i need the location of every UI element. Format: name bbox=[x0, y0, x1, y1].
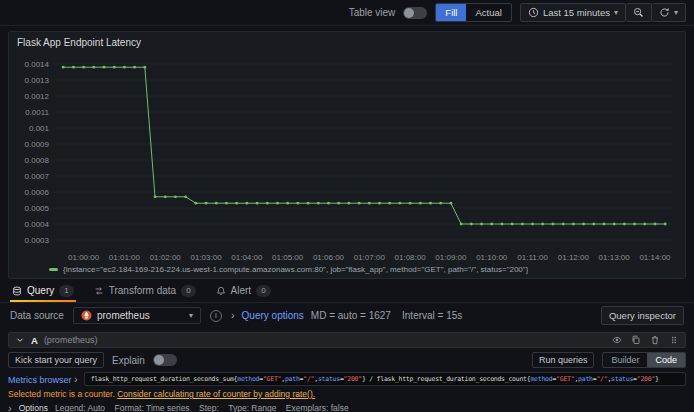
tab-label: Query bbox=[27, 285, 54, 296]
svg-text:01:01:00: 01:01:00 bbox=[109, 253, 141, 262]
trash-icon bbox=[650, 335, 660, 345]
zoom-out-button[interactable] bbox=[626, 3, 652, 22]
actual-button[interactable]: Actual bbox=[466, 4, 510, 21]
svg-text:01:02:00: 01:02:00 bbox=[150, 253, 182, 262]
query-ref-id: A bbox=[31, 335, 38, 346]
query-editor: A (prometheus) bbox=[0, 328, 694, 412]
duplicate-query-button[interactable] bbox=[631, 335, 641, 345]
svg-text:01:08:00: 01:08:00 bbox=[395, 253, 427, 262]
chevron-right-icon: › bbox=[74, 373, 78, 385]
svg-text:0.0012: 0.0012 bbox=[25, 92, 50, 101]
tab-count-badge: 1 bbox=[59, 285, 73, 297]
tab-transform-data[interactable]: Transform data 0 bbox=[92, 279, 198, 302]
svg-text:01:06:00: 01:06:00 bbox=[313, 253, 345, 262]
svg-text:01:00:00: 01:00:00 bbox=[68, 253, 100, 262]
svg-text:0.0014: 0.0014 bbox=[25, 60, 50, 69]
svg-text:01:13:00: 01:13:00 bbox=[599, 253, 631, 262]
builder-mode-button[interactable]: Builder bbox=[603, 353, 647, 367]
tab-alert[interactable]: Alert 0 bbox=[214, 279, 273, 302]
svg-text:0.0004: 0.0004 bbox=[25, 220, 50, 229]
fill-button[interactable]: Fill bbox=[436, 4, 466, 21]
copy-icon bbox=[631, 335, 641, 345]
legend-series-label[interactable]: {instance="ec2-184-169-216-224.us-west-1… bbox=[63, 265, 528, 274]
drag-handle[interactable] bbox=[669, 335, 679, 345]
tab-label: Transform data bbox=[109, 285, 176, 296]
chevron-down-icon bbox=[15, 335, 25, 345]
rate-hint-link[interactable]: Consider calculating rate of counter by … bbox=[117, 389, 315, 399]
builder-code-switch: Builder Code bbox=[602, 352, 686, 368]
eye-icon bbox=[612, 335, 622, 345]
help-icon[interactable]: i bbox=[210, 310, 222, 322]
promql-expression-input[interactable]: flask_http_request_duration_seconds_sum{… bbox=[84, 372, 686, 386]
chevron-right-icon: › bbox=[8, 403, 12, 412]
time-range-label: Last 15 minutes bbox=[543, 7, 610, 18]
clock-icon bbox=[528, 7, 539, 18]
svg-text:01:14:00: 01:14:00 bbox=[639, 253, 671, 262]
svg-text:0.0009: 0.0009 bbox=[25, 140, 50, 149]
bell-icon bbox=[216, 286, 226, 296]
tab-count-badge: 0 bbox=[256, 285, 270, 297]
datasource-label: Data source bbox=[10, 310, 64, 321]
svg-text:0.0008: 0.0008 bbox=[25, 156, 50, 165]
query-options-label: Query options bbox=[242, 310, 304, 321]
svg-text:01:04:00: 01:04:00 bbox=[231, 253, 263, 262]
svg-text:0.001: 0.001 bbox=[29, 124, 50, 133]
tab-count-badge: 0 bbox=[181, 285, 195, 297]
query-row-actions bbox=[612, 335, 679, 345]
query-datasource-hint: (prometheus) bbox=[44, 335, 98, 345]
chevron-down-icon: ▾ bbox=[189, 311, 193, 320]
zoom-out-icon bbox=[633, 7, 644, 18]
query-code-row: Metrics browser › flask_http_request_dur… bbox=[8, 372, 686, 386]
chart-legend: {instance="ec2-184-169-216-224.us-west-1… bbox=[17, 264, 677, 274]
svg-text:0.0011: 0.0011 bbox=[25, 108, 49, 117]
datasource-name: prometheus bbox=[97, 310, 150, 321]
options-summary: Legend: Auto Format: Time series Step: T… bbox=[55, 403, 349, 412]
editor-tabs: Query 1 Transform data 0 Alert 0 bbox=[0, 279, 694, 303]
svg-text:01:11:00: 01:11:00 bbox=[517, 253, 548, 262]
time-controls: Last 15 minutes ▾ ▾ bbox=[520, 3, 686, 22]
hide-response-button[interactable] bbox=[612, 335, 622, 345]
tab-label: Alert bbox=[231, 285, 252, 296]
refresh-button[interactable]: ▾ bbox=[652, 3, 686, 22]
svg-text:0.0005: 0.0005 bbox=[25, 204, 50, 213]
query-options-summary: MD = auto = 1627 Interval = 15s bbox=[311, 310, 462, 321]
query-row-header[interactable]: A (prometheus) bbox=[8, 332, 686, 348]
svg-text:01:03:00: 01:03:00 bbox=[190, 253, 222, 262]
transform-arrows-icon bbox=[94, 286, 104, 296]
top-bar: Table view Fill Actual Last 15 minutes ▾ bbox=[0, 0, 694, 26]
refresh-icon bbox=[659, 7, 670, 18]
toggle-knob bbox=[404, 8, 414, 18]
svg-text:0.0003: 0.0003 bbox=[25, 236, 50, 245]
time-range-picker[interactable]: Last 15 minutes ▾ bbox=[520, 3, 626, 22]
toggle-knob bbox=[154, 355, 164, 365]
datasource-picker[interactable]: prometheus ▾ bbox=[73, 307, 201, 324]
explain-toggle[interactable] bbox=[153, 354, 177, 366]
svg-text:01:12:00: 01:12:00 bbox=[558, 253, 590, 262]
metrics-browser-button[interactable]: Metrics browser › bbox=[8, 374, 78, 385]
legend-series-marker bbox=[49, 268, 58, 271]
database-icon bbox=[12, 286, 22, 296]
svg-text:01:07:00: 01:07:00 bbox=[354, 253, 386, 262]
chevron-down-icon: ▾ bbox=[674, 8, 678, 17]
table-view-label: Table view bbox=[349, 7, 396, 18]
run-queries-button[interactable]: Run queries bbox=[532, 352, 595, 368]
chevron-down-icon: ▾ bbox=[614, 8, 618, 17]
table-view-toggle[interactable] bbox=[403, 7, 427, 19]
query-options-toggle[interactable]: › Query options MD = auto = 1627 Interva… bbox=[231, 310, 462, 321]
svg-text:01:10:00: 01:10:00 bbox=[476, 253, 508, 262]
grafana-panel-editor: Table view Fill Actual Last 15 minutes ▾ bbox=[0, 0, 694, 412]
delete-query-button[interactable] bbox=[650, 335, 660, 345]
code-mode-button[interactable]: Code bbox=[647, 353, 685, 367]
svg-text:0.0013: 0.0013 bbox=[25, 76, 50, 85]
chevron-right-icon: › bbox=[231, 310, 235, 321]
tab-query[interactable]: Query 1 bbox=[10, 279, 76, 302]
counter-warning-text: Selected metric is a counter. bbox=[8, 389, 117, 399]
time-series-plot[interactable]: 0.00030.00040.00050.00060.00070.00080.00… bbox=[17, 50, 677, 264]
fill-actual-group: Fill Actual bbox=[435, 3, 512, 22]
query-inspector-button[interactable]: Query inspector bbox=[601, 306, 684, 325]
grip-icon bbox=[669, 335, 679, 345]
datasource-row: Data source prometheus ▾ i › Query optio… bbox=[0, 303, 694, 328]
kick-start-query-button[interactable]: Kick start your query bbox=[8, 352, 104, 368]
query-options-footer[interactable]: › Options Legend: Auto Format: Time seri… bbox=[8, 402, 686, 412]
counter-warning: Selected metric is a counter. Consider c… bbox=[8, 389, 686, 399]
